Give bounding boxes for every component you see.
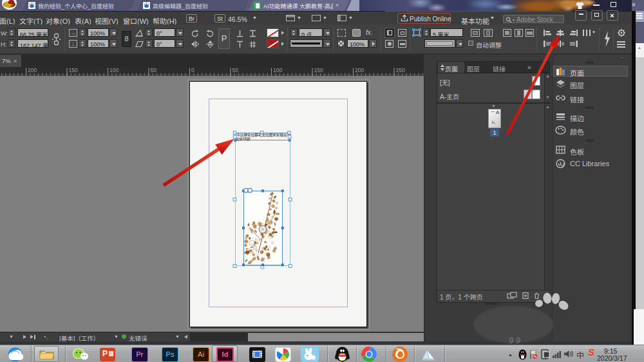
svg-text:50: 50 — [151, 67, 157, 73]
svg-text:250: 250 — [396, 67, 405, 73]
svg-text:100: 100 — [109, 67, 118, 73]
svg-text:150: 150 — [314, 67, 323, 73]
svg-text:50: 50 — [232, 67, 239, 73]
svg-text:150: 150 — [69, 67, 78, 73]
svg-text:200: 200 — [355, 67, 364, 73]
svg-text:9 9: 9 9 — [509, 336, 520, 345]
svg-text:100: 100 — [273, 67, 282, 73]
svg-text:0: 0 — [191, 67, 194, 73]
svg-text:200: 200 — [28, 67, 37, 73]
